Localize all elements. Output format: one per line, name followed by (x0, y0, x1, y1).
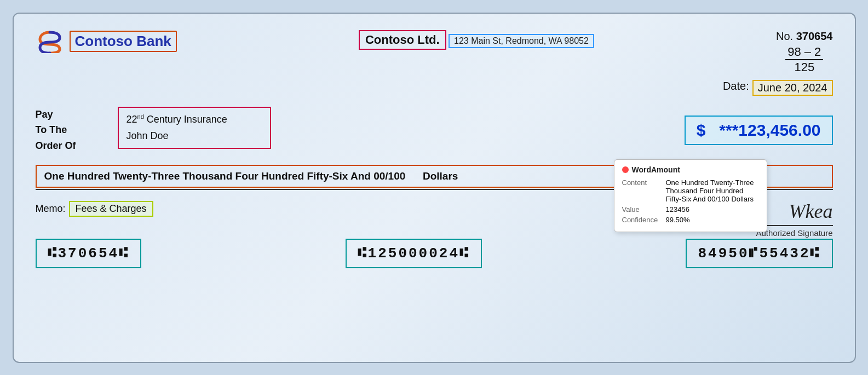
memo-value: Fees & Charges (69, 201, 153, 217)
tooltip-value-key: Value (622, 205, 660, 214)
check-number-section: No. 370654 98 – 2 125 (776, 30, 832, 74)
word-amount-text: One Hundred Twenty-Three Thousand Four H… (44, 170, 406, 182)
word-amount-tooltip: WordAmount Content One Hundred Twenty-Th… (614, 159, 767, 232)
fraction: 98 – 2 125 (776, 45, 832, 74)
word-amount-section: One Hundred Twenty-Three Thousand Four H… (36, 165, 833, 190)
micr-account: ⑆125000024⑆ (346, 239, 482, 268)
tooltip-value-row: Value 123456 (622, 205, 759, 214)
dollars-label: Dollars (423, 170, 458, 182)
pay-line3: Order Of (36, 138, 101, 154)
tooltip-content-row: Content One Hundred Twenty-Three Thousan… (622, 178, 759, 203)
signature: Wkea (756, 200, 832, 226)
payee-line2: John Doe (127, 128, 262, 145)
micr-row: ⑆370654⑆ ⑆125000024⑆ 84950⑈55432⑆ (36, 239, 833, 268)
tooltip-value-val: 123456 (666, 205, 759, 214)
tooltip-content-val: One Hundred Twenty-Three Thousand Four H… (666, 178, 759, 203)
pay-line2: To The (36, 122, 101, 138)
bank-name: Contoso Bank (70, 31, 177, 52)
payee-sup: nd (137, 113, 144, 120)
fraction-top: 98 – 2 (785, 45, 823, 60)
tooltip-confidence-row: Confidence 99.50% (622, 216, 759, 224)
micr-routing: ⑆370654⑆ (36, 239, 142, 268)
micr-account-text: ⑆125000024⑆ (358, 245, 470, 262)
payee-name-suffix: Century Insurance (144, 114, 227, 125)
micr-check: 84950⑈55432⑆ (686, 239, 832, 268)
company-address: 123 Main St, Redmond, WA 98052 (449, 34, 594, 48)
signature-area: Wkea Authorized Signature (756, 200, 832, 238)
date-value: June 20, 2024 (752, 80, 833, 96)
date-label: Date: (723, 80, 749, 96)
company-info: Contoso Ltd. 123 Main St, Redmond, WA 98… (359, 30, 594, 50)
check-number-value: 370654 (796, 30, 833, 42)
tooltip-title: WordAmount (622, 165, 759, 174)
memo-label: Memo: (36, 203, 66, 215)
tooltip-confidence-key: Confidence (622, 216, 660, 224)
tooltip-title-text: WordAmount (632, 165, 680, 174)
company-name: Contoso Ltd. (359, 30, 446, 50)
micr-check-text: 84950⑈55432⑆ (698, 245, 820, 262)
tooltip-dot (622, 166, 629, 173)
date-row: Date: June 20, 2024 (36, 80, 833, 96)
header-row: Contoso Bank Contoso Ltd. 123 Main St, R… (36, 30, 833, 74)
payee-box: 22nd Century Insurance John Doe (118, 107, 271, 149)
tooltip-content-key: Content (622, 178, 660, 203)
micr-routing-text: ⑆370654⑆ (48, 245, 130, 262)
fraction-bottom: 125 (776, 60, 832, 74)
payee-name-prefix: 22 (127, 114, 137, 125)
check-document: Contoso Bank Contoso Ltd. 123 Main St, R… (13, 13, 856, 363)
bank-logo-icon (36, 30, 64, 53)
amount-symbol: $ (697, 121, 706, 139)
pay-order-group: Pay To The Order Of 22nd Century Insuran… (36, 107, 271, 154)
payee-line1: 22nd Century Insurance (127, 111, 262, 128)
bank-logo-group: Contoso Bank (36, 30, 177, 53)
check-number-label: No. (776, 30, 793, 42)
signature-label: Authorized Signature (756, 228, 832, 238)
pay-line1: Pay (36, 107, 101, 123)
pay-label: Pay To The Order Of (36, 107, 101, 154)
amount-value: ***123,456.00 (719, 121, 820, 139)
amount-box: $ ***123,456.00 (685, 116, 833, 145)
tooltip-confidence-val: 99.50% (666, 216, 759, 224)
check-number: No. 370654 (776, 30, 832, 43)
pay-row: Pay To The Order Of 22nd Century Insuran… (36, 107, 833, 154)
